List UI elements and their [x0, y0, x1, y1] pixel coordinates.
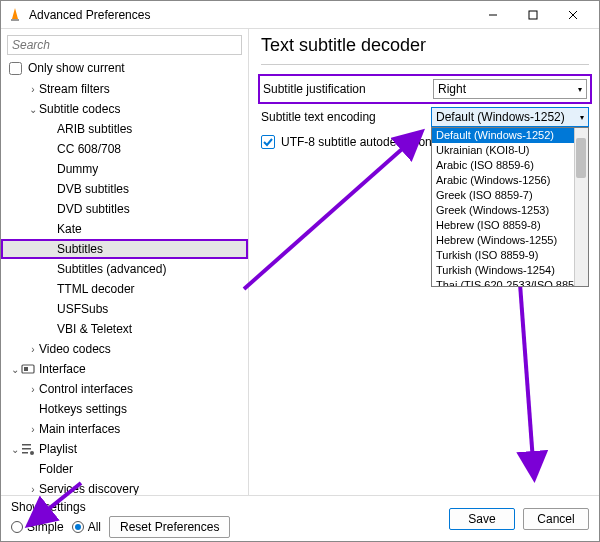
close-button[interactable]: [553, 2, 593, 28]
search-input[interactable]: [7, 35, 242, 55]
tree-item[interactable]: ›Main interfaces: [1, 419, 248, 439]
radio-simple-label: Simple: [27, 520, 64, 534]
radio-simple[interactable]: Simple: [11, 520, 64, 534]
chevron-right-icon: ›: [27, 344, 39, 355]
search-container: [7, 35, 242, 55]
chevron-right-icon: ›: [27, 424, 39, 435]
tree-item-label: Stream filters: [39, 82, 110, 96]
encoding-dropdown[interactable]: Default (Windows-1252)Ukrainian (KOI8-U)…: [431, 127, 589, 287]
show-settings-group: Show settings Simple All Reset Preferenc…: [11, 500, 230, 538]
encoding-select[interactable]: Default (Windows-1252) ▾: [431, 107, 589, 127]
tree-item[interactable]: Dummy: [1, 159, 248, 179]
tree-item-label: Subtitles: [57, 242, 103, 256]
svg-rect-10: [22, 452, 28, 454]
window-controls: [473, 2, 593, 28]
tree-item[interactable]: DVB subtitles: [1, 179, 248, 199]
tree-item[interactable]: ⌄Playlist: [1, 439, 248, 459]
cancel-label: Cancel: [537, 512, 574, 526]
tree-item[interactable]: Subtitles: [1, 239, 248, 259]
chevron-right-icon: ›: [27, 384, 39, 395]
justification-row: Subtitle justification Right ▾: [261, 77, 589, 101]
encoding-option[interactable]: Default (Windows-1252): [432, 128, 588, 143]
chevron-down-icon: ⌄: [9, 444, 21, 455]
tree-item[interactable]: ⌄Interface: [1, 359, 248, 379]
preferences-window: Advanced Preferences Only show current ›…: [0, 0, 600, 542]
svg-rect-3: [529, 11, 537, 19]
tree-item-label: CC 608/708: [57, 142, 121, 156]
tree-item[interactable]: ARIB subtitles: [1, 119, 248, 139]
maximize-button[interactable]: [513, 2, 553, 28]
tree-item[interactable]: Hotkeys settings: [1, 399, 248, 419]
justification-control: Right ▾: [433, 79, 587, 99]
chevron-down-icon: ⌄: [9, 364, 21, 375]
tree-item-label: ARIB subtitles: [57, 122, 132, 136]
tree-item-label: Video codecs: [39, 342, 111, 356]
justification-value: Right: [438, 82, 466, 96]
radio-all[interactable]: All: [72, 520, 101, 534]
tree-item[interactable]: Folder: [1, 459, 248, 479]
save-button[interactable]: Save: [449, 508, 515, 530]
tree-item[interactable]: ⌄Subtitle codecs: [1, 99, 248, 119]
reset-preferences-button[interactable]: Reset Preferences: [109, 516, 230, 538]
utf8-checkbox[interactable]: [261, 135, 275, 149]
svg-line-13: [244, 134, 419, 289]
tree-item-label: Main interfaces: [39, 422, 120, 436]
tree-item-label: Hotkeys settings: [39, 402, 127, 416]
tree-item[interactable]: ›Stream filters: [1, 79, 248, 99]
chevron-right-icon: ›: [27, 484, 39, 495]
tree-item[interactable]: ›Services discovery: [1, 479, 248, 495]
svg-marker-0: [12, 8, 18, 19]
tree-item-label: USFSubs: [57, 302, 108, 316]
justification-select[interactable]: Right ▾: [433, 79, 587, 99]
tree-item-label: Interface: [39, 362, 86, 376]
settings-panel: Text subtitle decoder Subtitle justifica…: [249, 29, 599, 495]
tree-item-label: DVD subtitles: [57, 202, 130, 216]
svg-rect-7: [24, 367, 28, 371]
tree-item[interactable]: USFSubs: [1, 299, 248, 319]
interface-icon: [21, 362, 35, 376]
chevron-down-icon: ▾: [580, 113, 584, 122]
encoding-option[interactable]: Hebrew (ISO 8859-8): [432, 218, 588, 233]
encoding-option[interactable]: Turkish (ISO 8859-9): [432, 248, 588, 263]
cancel-button[interactable]: Cancel: [523, 508, 589, 530]
settings-tree[interactable]: ›Stream filters⌄Subtitle codecsARIB subt…: [1, 79, 248, 495]
encoding-option[interactable]: Greek (Windows-1253): [432, 203, 588, 218]
tree-item-label: Playlist: [39, 442, 77, 456]
encoding-option[interactable]: Arabic (Windows-1256): [432, 173, 588, 188]
encoding-row: Subtitle text encoding Default (Windows-…: [261, 107, 589, 127]
encoding-option[interactable]: Ukrainian (KOI8-U): [432, 143, 588, 158]
tree-item-label: Services discovery: [39, 482, 139, 495]
tree-item[interactable]: ›Control interfaces: [1, 379, 248, 399]
tree-item-label: Kate: [57, 222, 82, 236]
tree-item[interactable]: CC 608/708: [1, 139, 248, 159]
titlebar: Advanced Preferences: [1, 1, 599, 29]
encoding-control: Default (Windows-1252) ▾ Default (Window…: [431, 107, 589, 127]
encoding-option[interactable]: Greek (ISO 8859-7): [432, 188, 588, 203]
tree-item-label: DVB subtitles: [57, 182, 129, 196]
tree-item[interactable]: VBI & Teletext: [1, 319, 248, 339]
encoding-label: Subtitle text encoding: [261, 110, 431, 124]
tree-item[interactable]: TTML decoder: [1, 279, 248, 299]
tree-item-label: Subtitles (advanced): [57, 262, 166, 276]
encoding-option[interactable]: Hebrew (Windows-1255): [432, 233, 588, 248]
encoding-option[interactable]: Turkish (Windows-1254): [432, 263, 588, 278]
tree-item[interactable]: Kate: [1, 219, 248, 239]
radio-icon: [11, 521, 23, 533]
only-show-current-checkbox[interactable]: [9, 62, 22, 75]
only-show-current-label: Only show current: [28, 61, 125, 75]
svg-point-11: [30, 451, 34, 455]
window-title: Advanced Preferences: [29, 8, 473, 22]
scrollbar-thumb[interactable]: [576, 138, 586, 178]
tree-item-label: Control interfaces: [39, 382, 133, 396]
tree-item[interactable]: DVD subtitles: [1, 199, 248, 219]
only-show-current[interactable]: Only show current: [9, 61, 240, 75]
tree-item[interactable]: ›Video codecs: [1, 339, 248, 359]
dropdown-scrollbar[interactable]: [574, 128, 588, 286]
minimize-button[interactable]: [473, 2, 513, 28]
tree-item-label: Folder: [39, 462, 73, 476]
encoding-option[interactable]: Arabic (ISO 8859-6): [432, 158, 588, 173]
encoding-option[interactable]: Thai (TIS 620-2533/ISO 8859-11): [432, 278, 588, 287]
svg-rect-9: [22, 448, 31, 450]
svg-rect-8: [22, 444, 31, 446]
tree-item[interactable]: Subtitles (advanced): [1, 259, 248, 279]
